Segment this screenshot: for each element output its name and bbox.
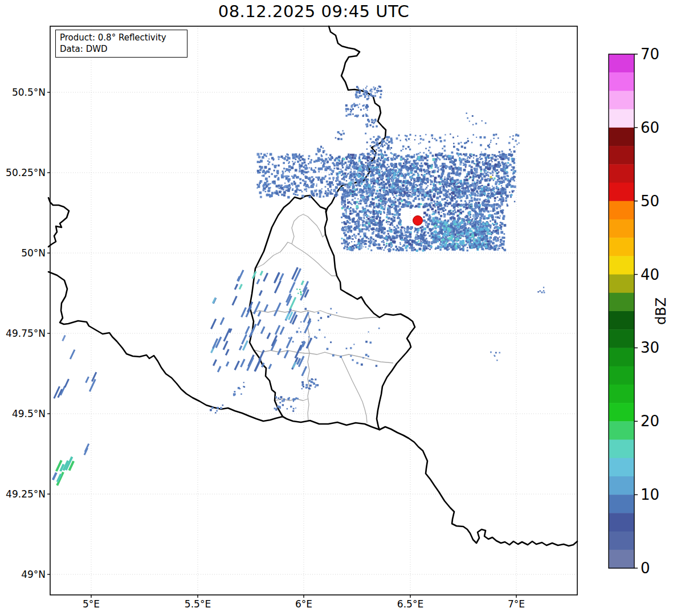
radar-reflectivity-figure: 08.12.2025 09:45 UTC Product: 0.8° Refle…: [0, 0, 685, 616]
colorbar-tick-label: 20: [641, 413, 659, 430]
colorbar-tick-label: 10: [641, 486, 659, 503]
product-info-box: Product: 0.8° Reflectivity Data: DWD: [55, 30, 187, 58]
colorbar-tick-label: 30: [641, 339, 659, 356]
grid-lines: [50, 26, 577, 595]
data-source-line: Data: DWD: [60, 43, 183, 55]
product-line: Product: 0.8° Reflectivity: [60, 32, 183, 43]
colorbar-tick-label: 60: [641, 119, 659, 136]
colorbar-tick-label: 40: [641, 266, 659, 283]
map-plot-canvas: [0, 0, 685, 616]
radar-site-marker: [413, 216, 423, 226]
colorbar: [609, 54, 638, 569]
colorbar-axis-label: dBZ: [653, 297, 669, 325]
map-frame: [50, 26, 577, 595]
colorbar-tick-label: 50: [641, 193, 659, 210]
colorbar-tick-label: 0: [641, 560, 650, 577]
admin-borders: [251, 214, 393, 423]
colorbar-tick-label: 70: [641, 46, 659, 63]
radar-echoes-layer: [53, 85, 545, 486]
country-borders: [48, 26, 577, 546]
